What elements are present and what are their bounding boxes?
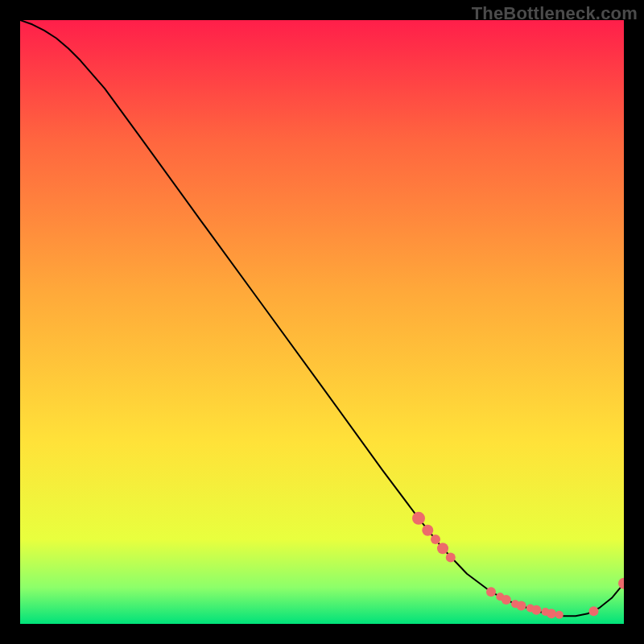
curve-marker [555,611,564,619]
curve-marker [446,553,456,563]
curve-marker [502,595,511,605]
curve-marker [547,609,556,618]
curve-marker [431,535,440,544]
curve-marker [589,606,599,616]
curve-marker [517,601,526,611]
curve-marker [412,512,425,525]
chart-plot [20,20,624,624]
chart-background [20,20,624,624]
curve-marker [422,525,433,536]
curve-marker [437,543,448,554]
curve-marker [531,605,541,615]
chart-stage: TheBottleneck.com [0,0,644,644]
chart-svg [20,20,624,624]
watermark-text: TheBottleneck.com [472,3,638,24]
curve-marker [486,587,496,597]
